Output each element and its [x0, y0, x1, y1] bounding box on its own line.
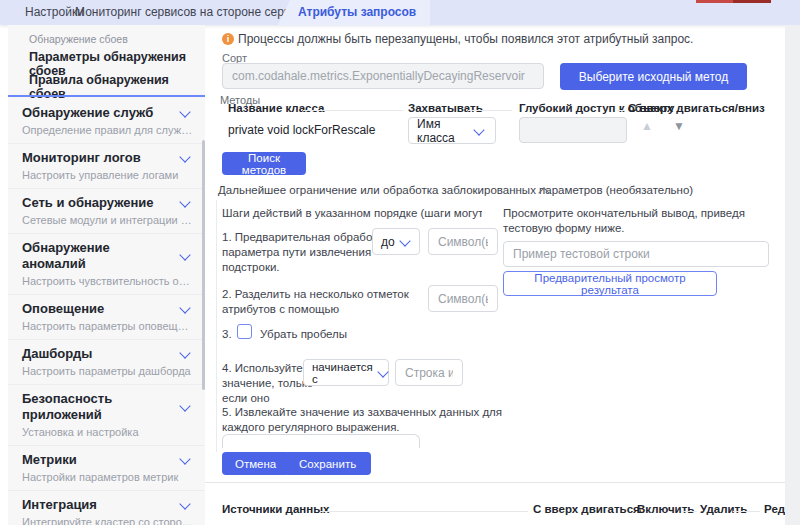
column-header-move-up-down: С вверх двигаться/вниз — [628, 102, 768, 114]
step5-regex-input[interactable] — [222, 434, 420, 448]
sidebar-group-label: Обнаружение сбоев — [29, 33, 128, 45]
sidebar-item-subtitle: Определение правил для служб и span — [22, 123, 193, 137]
sidebar-item-subtitle: Настроить параметры оповещений — [22, 319, 193, 333]
chevron-down-icon — [179, 196, 190, 207]
sidebar-item-alerting[interactable]: Оповещение Настроить параметры оповещени… — [8, 294, 205, 339]
request-attributes-settings-page: Настройки Мониторинг сервисов на стороне… — [0, 0, 800, 525]
capture-select[interactable]: Имя класса — [408, 117, 496, 144]
info-icon: i — [222, 33, 234, 45]
footer-header-delete: Удалить — [700, 503, 747, 515]
sidebar-item-subtitle: Сетевые модули и интеграции Едино... — [22, 213, 193, 227]
select-source-method-button[interactable]: Выберите исходный метод — [560, 63, 747, 90]
step2-label: 2. Разделить на несколько отметок атрибу… — [222, 287, 412, 317]
restart-notice: Процессы должны быть перезапущены, чтобы… — [238, 32, 693, 46]
chevron-down-icon — [179, 400, 190, 411]
sidebar-item-title: Обнаружение служб — [22, 105, 153, 121]
footer-header-enable: Включить — [637, 503, 694, 515]
sidebar-item-title: Метрики — [22, 452, 77, 468]
move-up-icon[interactable]: ▲ — [641, 120, 653, 132]
chevron-down-icon — [473, 124, 484, 135]
sidebar-item-title: Сеть и обнаружение — [22, 195, 154, 211]
footer-ruler — [733, 511, 760, 512]
step2-split-input[interactable] — [428, 285, 498, 312]
chevron-down-icon — [179, 302, 190, 313]
sidebar-item-title: Интеграция — [22, 497, 97, 513]
save-button[interactable]: Сохранить — [284, 452, 371, 475]
sidebar-item-metrics[interactable]: Метрики Настройки параметров метрик — [8, 445, 205, 490]
footer-header-move: С вверх двигаться/вниз — [533, 503, 641, 515]
chevron-down-icon — [377, 366, 388, 377]
sidebar-item-title: Дашборды — [22, 346, 92, 362]
capture-select-value: Имя класса — [417, 117, 469, 145]
sidebar-item-subtitle: Настроить управление логами — [22, 168, 193, 182]
column-header-capture: Захватывать — [408, 102, 483, 114]
sidebar-item-subtitle: Настроить чувствительность обнару... — [22, 274, 193, 288]
chevron-down-icon — [179, 498, 190, 509]
window-control-fragment-left — [696, 0, 733, 3]
bottom-divider — [205, 482, 800, 483]
footer-ruler — [320, 511, 528, 512]
search-methods-button[interactable]: Поиск методов — [222, 152, 306, 175]
sidebar-item-integration[interactable]: Интеграция Интегрируйте кластер со сторо… — [8, 490, 205, 525]
sidebar-item-title: Мониторинг логов — [22, 150, 141, 166]
sidebar-scrollbar-thumb[interactable] — [202, 140, 205, 390]
chevron-down-icon — [179, 151, 190, 162]
sidebar-item-dashboards[interactable]: Дашборды Настроить параметры дашборда — [8, 339, 205, 384]
step5-label: 5. Извлекайте значение из захваченных да… — [222, 405, 542, 435]
preview-result-button[interactable]: Предварительный просмотр результата — [503, 271, 717, 296]
preview-heading: Просмотрите окончательный вывод, приведя… — [503, 206, 771, 236]
step1-chars-input[interactable] — [428, 228, 498, 255]
chevron-down-icon — [179, 106, 190, 117]
footer-ruler — [681, 511, 697, 512]
step4-condition-input[interactable] — [395, 359, 463, 386]
chevron-down-icon — [179, 347, 190, 358]
advanced-section-title: Дальнейшее ограничение или обработка заб… — [218, 183, 693, 198]
step3-number: 3. — [222, 327, 232, 342]
step1-select[interactable]: до — [372, 228, 420, 255]
test-string-input[interactable] — [503, 241, 769, 267]
sidebar-divider — [8, 95, 205, 97]
header-ruler — [468, 110, 512, 111]
deep-access-input[interactable] — [519, 117, 627, 143]
page-scrollbar-track[interactable] — [785, 25, 800, 525]
steps-panel-border — [216, 200, 217, 452]
step1-label: 1. Предварительная обработка параметра п… — [222, 230, 392, 275]
chevron-down-icon — [179, 249, 190, 260]
tab-request-attributes[interactable]: Атрибуты запросов — [278, 0, 430, 25]
settings-sidebar: Обнаружение сбоев Параметры обнаружения … — [8, 25, 205, 525]
sidebar-item-network-discovery[interactable]: Сеть и обнаружение Сетевые модули и инте… — [8, 188, 205, 233]
column-header-class-name: Название класса — [228, 102, 324, 114]
trim-spaces-checkbox[interactable] — [237, 324, 252, 339]
chevron-down-icon — [179, 453, 190, 464]
header-ruler — [617, 110, 625, 111]
chevron-down-icon — [399, 235, 410, 246]
sidebar-item-log-monitoring[interactable]: Мониторинг логов Настроить управление ло… — [8, 143, 205, 188]
tab-server-side-monitoring[interactable]: Мониторинг сервисов на стороне сервера — [75, 0, 310, 25]
step4-select[interactable]: начинается с — [303, 359, 389, 386]
step1-select-value: до — [381, 235, 395, 249]
sidebar-item-title: Обнаружение аномалий — [22, 240, 175, 272]
tab-request-attributes-label: Атрибуты запросов — [298, 0, 430, 25]
sidebar-item-app-security[interactable]: Безопасность приложений Установка и наст… — [8, 384, 205, 445]
step4-select-value: начинается с — [312, 361, 373, 385]
sidebar-item-anomaly-detection[interactable]: Обнаружение аномалий Настроить чувствите… — [8, 233, 205, 294]
sidebar-item-subtitle: Настройки параметров метрик — [22, 470, 193, 484]
window-control-fragment-right — [733, 0, 771, 3]
sidebar-item-subtitle: Интегрируйте кластер со сторонним... — [22, 515, 193, 525]
sidebar-item-service-discovery[interactable]: Обнаружение служб Определение правил для… — [8, 99, 205, 143]
cancel-button[interactable]: Отмена — [222, 452, 289, 475]
steps-heading: Шаги действий в указанном порядке (шаги … — [222, 206, 482, 221]
footer-header-data-sources: Источники данных — [222, 503, 329, 515]
sidebar-item-subtitle: Установка и настройка — [22, 425, 193, 439]
method-class-name: private void lockForRescale — [228, 123, 375, 137]
step3-label: Убрать пробелы — [260, 327, 347, 342]
sidebar-item-subtitle: Настроить параметры дашборда — [22, 364, 193, 378]
source-class-input[interactable] — [222, 63, 544, 89]
move-down-icon[interactable]: ▼ — [673, 120, 685, 132]
sidebar-item-title: Безопасность приложений — [22, 391, 175, 423]
header-ruler — [303, 110, 403, 111]
sidebar-item-title: Оповещение — [22, 301, 104, 317]
